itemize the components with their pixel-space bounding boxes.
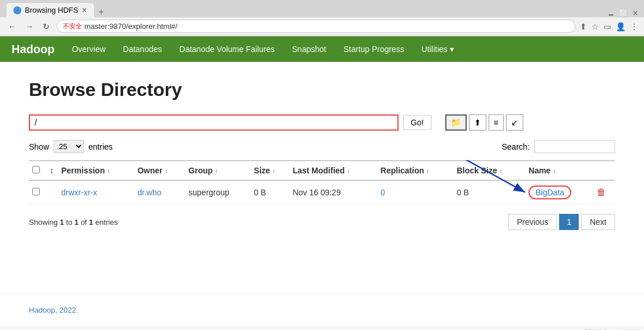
- col-block-size[interactable]: Block Size↕: [453, 161, 526, 180]
- nav-startup-progress[interactable]: Startup Progress: [344, 42, 404, 56]
- col-size[interactable]: Size↕: [251, 161, 289, 180]
- replication-sort-icon: ↕: [426, 168, 429, 174]
- browser-chrome: Browsing HDFS ✕ + 🗕 ⬜ ✕ ← → ↻ 不安全 master…: [0, 0, 644, 36]
- block-size-value: 0 B: [457, 188, 469, 197]
- block-size-sort-icon: ↕: [500, 168, 502, 174]
- pagination-buttons: Previous 1 Next: [508, 214, 615, 230]
- replication-value[interactable]: 0: [381, 188, 385, 197]
- footer: Hadoop, 2022.: [0, 293, 644, 326]
- last-modified-value: Nov 16 09:29: [293, 188, 341, 197]
- path-action-buttons: 📁 ⬆ ≡ ↙: [445, 114, 523, 131]
- showing-total: 1: [89, 218, 93, 227]
- show-label: Show: [29, 142, 49, 151]
- showing-text: Showing 1 to 1 of 1 entries: [29, 218, 118, 227]
- utilities-dropdown-icon: ▾: [450, 45, 454, 54]
- table-row: drwxr-xr-x dr.who supergroup 0 B Nov 16 …: [29, 180, 615, 205]
- col-last-modified[interactable]: Last Modified↕: [289, 161, 377, 180]
- size-sort-icon: ↕: [273, 168, 276, 174]
- delete-icon[interactable]: 🗑: [597, 187, 606, 197]
- permission-sort-icon: ↕: [107, 168, 110, 174]
- tab-favicon: [13, 6, 21, 14]
- forward-button[interactable]: →: [23, 21, 36, 32]
- sort-icon: ↕: [50, 166, 54, 175]
- next-button[interactable]: Next: [581, 214, 615, 230]
- select-all-checkbox[interactable]: [32, 166, 40, 173]
- footer-link[interactable]: Hadoop, 2022.: [29, 306, 78, 314]
- page-1-button[interactable]: 1: [559, 214, 579, 230]
- path-input[interactable]: [29, 114, 399, 131]
- table-header: ↕ Permission↕ Owner↕ Group↕ Size↕ Last M…: [29, 161, 615, 180]
- entries-per-page-select[interactable]: 25 50 100: [54, 140, 84, 153]
- previous-button[interactable]: Previous: [508, 214, 557, 230]
- col-replication[interactable]: Replication↕: [377, 161, 453, 180]
- refresh-button[interactable]: ↻: [40, 21, 52, 32]
- nav-utilities[interactable]: Utilities ▾: [422, 45, 454, 54]
- profile-icon[interactable]: 👤: [616, 22, 626, 31]
- name-bigdata-link[interactable]: BigData: [528, 186, 571, 199]
- showing-from: 1: [59, 218, 64, 227]
- file-table-wrapper: ↕ Permission↕ Owner↕ Group↕ Size↕ Last M…: [29, 160, 615, 205]
- address-bar: ← → ↻ 不安全 master:9870/explorer.html#/ ⬆ …: [0, 17, 644, 36]
- menu-icon[interactable]: ⋮: [630, 22, 638, 31]
- pagination-row: Showing 1 to 1 of 1 entries Previous 1 N…: [29, 214, 615, 230]
- watermark: CSDN@pperd2021: [0, 326, 644, 330]
- share-icon[interactable]: ⬆: [580, 22, 587, 31]
- col-name[interactable]: Name↕: [525, 161, 593, 180]
- window-controls: 🗕 ⬜ ✕: [608, 9, 638, 17]
- new-tab-button[interactable]: +: [98, 7, 103, 17]
- search-input[interactable]: [534, 140, 615, 153]
- extra-action-button[interactable]: ↙: [506, 114, 523, 131]
- hadoop-navbar: Hadoop Overview Datanodes Datanode Volum…: [0, 36, 644, 62]
- browser-tab[interactable]: Browsing HDFS ✕: [6, 2, 95, 17]
- owner-sort-icon: ↕: [165, 168, 168, 174]
- path-bar: Go! 📁 ⬆ ≡ ↙: [29, 114, 615, 131]
- hadoop-logo: Hadoop: [12, 43, 54, 56]
- nav-overview[interactable]: Overview: [72, 42, 105, 56]
- url-text: master:9870/explorer.html#/: [84, 22, 177, 31]
- sidebar-icon[interactable]: ▭: [604, 22, 611, 31]
- permission-link[interactable]: drwxr-xr-x: [61, 188, 97, 197]
- url-box[interactable]: 不安全 master:9870/explorer.html#/: [57, 20, 575, 33]
- main-content: Browse Directory Go! 📁 ⬆ ≡ ↙ Show 25 50 …: [0, 62, 644, 293]
- address-actions: ⬆ ☆ ▭ 👤 ⋮: [580, 22, 638, 31]
- bookmark-icon[interactable]: ☆: [591, 22, 599, 31]
- name-sort-icon: ↕: [553, 168, 556, 174]
- col-owner[interactable]: Owner↕: [134, 161, 185, 180]
- table-body: drwxr-xr-x dr.who supergroup 0 B Nov 16 …: [29, 180, 615, 205]
- nav-snapshot[interactable]: Snapshot: [292, 42, 326, 56]
- tab-title: Browsing HDFS: [25, 6, 78, 14]
- nav-datanodes[interactable]: Datanodes: [123, 42, 162, 56]
- last-modified-sort-icon: ↕: [347, 168, 350, 174]
- col-group[interactable]: Group↕: [185, 161, 250, 180]
- utilities-label: Utilities: [422, 45, 448, 54]
- size-value: 0 B: [254, 188, 266, 197]
- tab-close-button[interactable]: ✕: [81, 6, 87, 14]
- group-value: supergroup: [188, 188, 229, 197]
- entries-label: entries: [88, 142, 113, 151]
- open-folder-button[interactable]: 📁: [445, 114, 467, 131]
- security-warning: 不安全: [63, 22, 82, 31]
- nav-datanode-volume-failures[interactable]: Datanode Volume Failures: [180, 42, 275, 56]
- upload-button[interactable]: ⬆: [469, 114, 486, 131]
- group-sort-icon: ↕: [215, 168, 218, 174]
- show-entries-row: Show 25 50 100 entries Search:: [29, 140, 615, 153]
- page-title: Browse Directory: [29, 79, 615, 101]
- tab-bar: Browsing HDFS ✕ + 🗕 ⬜ ✕: [0, 0, 644, 17]
- search-label: Search:: [502, 142, 530, 151]
- file-table: ↕ Permission↕ Owner↕ Group↕ Size↕ Last M…: [29, 160, 615, 205]
- owner-link[interactable]: dr.who: [137, 188, 161, 197]
- search-area: Search:: [502, 140, 615, 153]
- row-checkbox[interactable]: [32, 188, 40, 195]
- col-permission[interactable]: Permission↕: [58, 161, 134, 180]
- back-button[interactable]: ←: [6, 21, 18, 32]
- go-button[interactable]: Go!: [403, 115, 431, 130]
- list-view-button[interactable]: ≡: [489, 114, 504, 131]
- showing-to: 1: [75, 218, 79, 227]
